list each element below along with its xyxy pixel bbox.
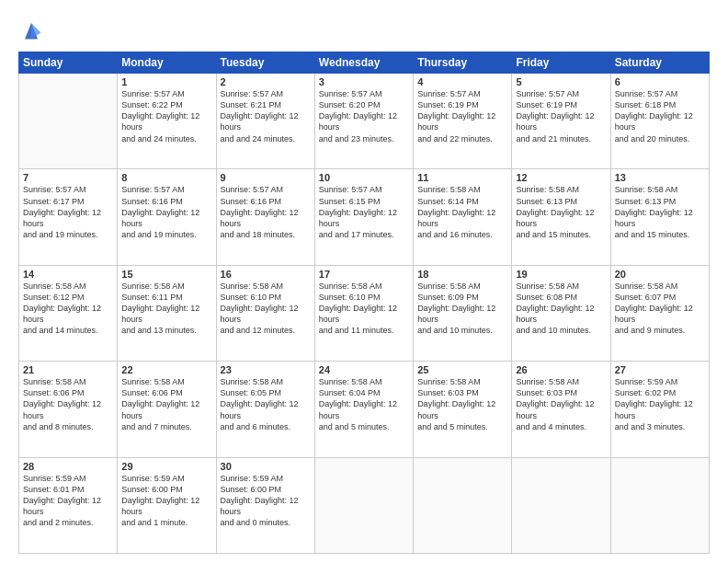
day-number: 1: [121, 76, 211, 87]
day-number: 2: [221, 76, 311, 87]
calendar-cell: 12Sunrise: 5:58 AMSunset: 6:13 PMDayligh…: [512, 169, 610, 265]
calendar-week-row: 14Sunrise: 5:58 AMSunset: 6:12 PMDayligh…: [19, 265, 710, 361]
day-info: Sunrise: 5:57 AMSunset: 6:19 PMDaylight:…: [516, 88, 606, 144]
day-number: 14: [23, 269, 113, 280]
day-number: 6: [615, 76, 705, 87]
day-info: Sunrise: 5:59 AMSunset: 6:00 PMDaylight:…: [221, 473, 311, 529]
day-info: Sunrise: 5:58 AMSunset: 6:04 PMDaylight:…: [319, 376, 409, 432]
calendar-cell: 5Sunrise: 5:57 AMSunset: 6:19 PMDaylight…: [512, 74, 610, 169]
day-info: Sunrise: 5:59 AMSunset: 6:02 PMDaylight:…: [615, 376, 705, 432]
calendar-cell: [414, 457, 512, 553]
day-number: 19: [516, 269, 606, 280]
day-number: 26: [516, 364, 606, 375]
day-info: Sunrise: 5:57 AMSunset: 6:17 PMDaylight:…: [23, 184, 113, 240]
calendar-cell: 17Sunrise: 5:58 AMSunset: 6:10 PMDayligh…: [314, 265, 413, 361]
day-info: Sunrise: 5:57 AMSunset: 6:22 PMDaylight:…: [121, 88, 211, 144]
calendar-cell: 25Sunrise: 5:58 AMSunset: 6:03 PMDayligh…: [414, 362, 512, 457]
day-number: 17: [319, 269, 409, 280]
calendar-cell: 20Sunrise: 5:58 AMSunset: 6:07 PMDayligh…: [610, 265, 709, 361]
day-info: Sunrise: 5:57 AMSunset: 6:16 PMDaylight:…: [121, 184, 211, 240]
day-number: 20: [615, 269, 705, 280]
day-info: Sunrise: 5:57 AMSunset: 6:15 PMDaylight:…: [319, 184, 409, 240]
day-number: 4: [417, 76, 507, 87]
day-number: 24: [319, 364, 409, 375]
day-number: 15: [121, 269, 211, 280]
calendar-cell: 14Sunrise: 5:58 AMSunset: 6:12 PMDayligh…: [19, 265, 118, 361]
calendar-cell: 7Sunrise: 5:57 AMSunset: 6:17 PMDaylight…: [19, 169, 118, 265]
calendar-cell: 18Sunrise: 5:58 AMSunset: 6:09 PMDayligh…: [414, 265, 512, 361]
logo-icon: [18, 17, 44, 42]
page-header: [18, 17, 710, 42]
day-number: 18: [417, 269, 507, 280]
weekday-header-sunday: Sunday: [19, 52, 118, 74]
day-number: 29: [121, 461, 211, 472]
day-info: Sunrise: 5:58 AMSunset: 6:07 PMDaylight:…: [615, 281, 705, 337]
calendar-week-row: 21Sunrise: 5:58 AMSunset: 6:06 PMDayligh…: [19, 362, 710, 457]
day-number: 30: [221, 461, 311, 472]
calendar-cell: 10Sunrise: 5:57 AMSunset: 6:15 PMDayligh…: [314, 169, 413, 265]
calendar-cell: 28Sunrise: 5:59 AMSunset: 6:01 PMDayligh…: [19, 457, 118, 553]
day-number: 21: [23, 364, 113, 375]
calendar-cell: 11Sunrise: 5:58 AMSunset: 6:14 PMDayligh…: [414, 169, 512, 265]
day-number: 10: [319, 172, 409, 183]
day-number: 8: [121, 172, 211, 183]
calendar-cell: 9Sunrise: 5:57 AMSunset: 6:16 PMDaylight…: [216, 169, 314, 265]
day-number: 27: [615, 364, 705, 375]
day-info: Sunrise: 5:58 AMSunset: 6:12 PMDaylight:…: [23, 281, 113, 337]
calendar-cell: 1Sunrise: 5:57 AMSunset: 6:22 PMDaylight…: [118, 74, 216, 169]
calendar-cell: [610, 457, 709, 553]
day-info: Sunrise: 5:59 AMSunset: 6:01 PMDaylight:…: [23, 473, 113, 529]
logo: [18, 17, 48, 42]
calendar-cell: 6Sunrise: 5:57 AMSunset: 6:18 PMDaylight…: [610, 74, 709, 169]
calendar-cell: [19, 74, 118, 169]
day-number: 22: [121, 364, 211, 375]
calendar-table: SundayMondayTuesdayWednesdayThursdayFrid…: [18, 52, 710, 554]
calendar-cell: 29Sunrise: 5:59 AMSunset: 6:00 PMDayligh…: [118, 457, 216, 553]
calendar-week-row: 28Sunrise: 5:59 AMSunset: 6:01 PMDayligh…: [19, 457, 710, 553]
day-info: Sunrise: 5:58 AMSunset: 6:13 PMDaylight:…: [615, 184, 705, 240]
calendar-cell: [314, 457, 413, 553]
day-info: Sunrise: 5:58 AMSunset: 6:05 PMDaylight:…: [221, 376, 311, 432]
calendar-week-row: 1Sunrise: 5:57 AMSunset: 6:22 PMDaylight…: [19, 74, 710, 169]
day-info: Sunrise: 5:58 AMSunset: 6:06 PMDaylight:…: [23, 376, 113, 432]
calendar-cell: 4Sunrise: 5:57 AMSunset: 6:19 PMDaylight…: [414, 74, 512, 169]
calendar-cell: 3Sunrise: 5:57 AMSunset: 6:20 PMDaylight…: [314, 74, 413, 169]
day-info: Sunrise: 5:58 AMSunset: 6:09 PMDaylight:…: [417, 281, 507, 337]
day-number: 3: [319, 76, 409, 87]
day-info: Sunrise: 5:58 AMSunset: 6:03 PMDaylight:…: [417, 376, 507, 432]
calendar-cell: 26Sunrise: 5:58 AMSunset: 6:03 PMDayligh…: [512, 362, 610, 457]
day-info: Sunrise: 5:59 AMSunset: 6:00 PMDaylight:…: [121, 473, 211, 529]
day-info: Sunrise: 5:58 AMSunset: 6:08 PMDaylight:…: [516, 281, 606, 337]
day-info: Sunrise: 5:58 AMSunset: 6:11 PMDaylight:…: [121, 281, 211, 337]
calendar-cell: 30Sunrise: 5:59 AMSunset: 6:00 PMDayligh…: [216, 457, 314, 553]
day-number: 9: [221, 172, 311, 183]
day-number: 28: [23, 461, 113, 472]
weekday-header-monday: Monday: [118, 52, 216, 74]
weekday-header-saturday: Saturday: [610, 52, 709, 74]
calendar-cell: 23Sunrise: 5:58 AMSunset: 6:05 PMDayligh…: [216, 362, 314, 457]
weekday-header-row: SundayMondayTuesdayWednesdayThursdayFrid…: [19, 52, 710, 74]
calendar-page: SundayMondayTuesdayWednesdayThursdayFrid…: [0, 0, 728, 563]
day-info: Sunrise: 5:58 AMSunset: 6:06 PMDaylight:…: [121, 376, 211, 432]
day-number: 16: [221, 269, 311, 280]
calendar-cell: 15Sunrise: 5:58 AMSunset: 6:11 PMDayligh…: [118, 265, 216, 361]
day-number: 11: [417, 172, 507, 183]
calendar-cell: 27Sunrise: 5:59 AMSunset: 6:02 PMDayligh…: [610, 362, 709, 457]
day-number: 23: [221, 364, 311, 375]
weekday-header-friday: Friday: [512, 52, 610, 74]
day-info: Sunrise: 5:58 AMSunset: 6:14 PMDaylight:…: [417, 184, 507, 240]
day-info: Sunrise: 5:58 AMSunset: 6:10 PMDaylight:…: [221, 281, 311, 337]
calendar-cell: 13Sunrise: 5:58 AMSunset: 6:13 PMDayligh…: [610, 169, 709, 265]
weekday-header-wednesday: Wednesday: [314, 52, 413, 74]
day-number: 12: [516, 172, 606, 183]
calendar-cell: 21Sunrise: 5:58 AMSunset: 6:06 PMDayligh…: [19, 362, 118, 457]
day-number: 5: [516, 76, 606, 87]
weekday-header-tuesday: Tuesday: [216, 52, 314, 74]
calendar-cell: 19Sunrise: 5:58 AMSunset: 6:08 PMDayligh…: [512, 265, 610, 361]
calendar-cell: [512, 457, 610, 553]
calendar-cell: 8Sunrise: 5:57 AMSunset: 6:16 PMDaylight…: [118, 169, 216, 265]
day-number: 13: [615, 172, 705, 183]
day-info: Sunrise: 5:57 AMSunset: 6:19 PMDaylight:…: [417, 88, 507, 144]
day-info: Sunrise: 5:58 AMSunset: 6:10 PMDaylight:…: [319, 281, 409, 337]
calendar-cell: 16Sunrise: 5:58 AMSunset: 6:10 PMDayligh…: [216, 265, 314, 361]
